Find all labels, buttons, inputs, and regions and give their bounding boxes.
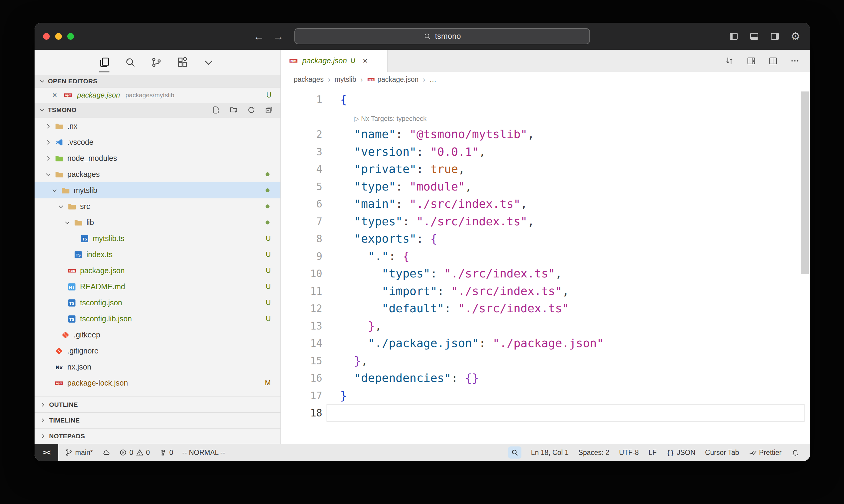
navigate-back-button[interactable]: ← (254, 31, 264, 42)
codelens-nx-targets[interactable]: ▷ Nx Targets: typecheck (354, 115, 427, 122)
tree-item-index-ts[interactable]: TSindex.tsU (35, 247, 280, 263)
tree-item-gitkeep[interactable]: .gitkeep (35, 327, 280, 343)
line-content: "version": "0.0.1", (327, 143, 805, 161)
open-editor-item[interactable]: ×npmpackage.jsonpackages/mytslibU (35, 88, 280, 103)
close-window-button[interactable] (43, 33, 50, 40)
source-control-icon[interactable] (149, 55, 164, 70)
more-actions-icon[interactable] (790, 56, 800, 66)
new-file-icon[interactable] (212, 106, 220, 114)
status-indentation[interactable]: Spaces: 2 (579, 449, 609, 457)
minimize-window-button[interactable] (55, 33, 62, 40)
settings-gear-icon[interactable]: ⚙ (791, 31, 800, 42)
code-line-7[interactable]: 7 "types": "./src/index.ts", (281, 213, 810, 231)
status-ports[interactable]: 0 (159, 449, 173, 457)
tree-item-mytslib-ts[interactable]: TSmytslib.tsU (35, 231, 280, 247)
ts-icon: TS (80, 234, 90, 244)
panel-header-outline[interactable]: OUTLINE (35, 396, 280, 412)
code-line-15[interactable]: 15 }, (281, 352, 810, 370)
tree-item-gitignore[interactable]: .gitignore (35, 343, 280, 359)
code-line-10[interactable]: 10 "types": "./src/index.ts", (281, 265, 810, 283)
more-icon[interactable] (201, 55, 216, 70)
tree-item-packages[interactable]: packages (35, 166, 280, 182)
tree-item-mytslib[interactable]: mytslib (35, 182, 280, 198)
status-sync[interactable] (102, 449, 110, 456)
tree-item-nx-json[interactable]: Nxnx.json (35, 359, 280, 375)
code-line-9[interactable]: 9 ".": { (281, 248, 810, 265)
tree-item-tsconfig-lib-json[interactable]: TStsconfig.lib.jsonU (35, 311, 280, 327)
tree-item-src[interactable]: src (35, 198, 280, 214)
status-formatter[interactable]: Prettier (749, 449, 781, 457)
status-vim-mode[interactable]: -- NORMAL -- (182, 449, 225, 457)
tree-item-package-lock-json[interactable]: npmpackage-lock.jsonM (35, 375, 280, 391)
code-line-2[interactable]: 2 "name": "@tsmono/mytslib", (281, 126, 810, 143)
code-line-12[interactable]: 12 "default": "./src/index.ts" (281, 300, 810, 318)
code-line-18[interactable]: 18 (281, 404, 810, 422)
code-line-17[interactable]: 17} (281, 387, 810, 404)
split-editor-icon[interactable] (768, 56, 778, 66)
tree-item-package-json[interactable]: npmpackage.jsonU (35, 263, 280, 278)
status-problems[interactable]: 00 (119, 449, 150, 457)
status-text: 0 (130, 449, 133, 457)
navigate-forward-button[interactable]: → (273, 31, 284, 42)
line-content: "types": "./src/index.ts", (327, 213, 805, 231)
collapse-all-icon[interactable] (265, 106, 273, 114)
status-text: JSON (677, 449, 695, 457)
code-line-14[interactable]: 14 "./package.json": "./package.json" (281, 335, 810, 352)
status-git-branch[interactable]: main* (65, 449, 93, 457)
panel-left-icon[interactable] (729, 32, 739, 41)
code-line-6[interactable]: 6 "main": "./src/index.ts", (281, 195, 810, 213)
scrollbar[interactable] (801, 91, 809, 274)
code-line-8[interactable]: 8 "exports": { (281, 230, 810, 248)
remote-indicator[interactable]: >< (35, 444, 58, 461)
status-zoom-indicator[interactable] (508, 447, 521, 458)
breadcrumb-item-packages[interactable]: packages (294, 75, 324, 84)
command-center-search[interactable]: tsmono (294, 28, 590, 44)
svg-text:npm: npm (368, 78, 374, 81)
panel-bottom-icon[interactable] (750, 32, 759, 41)
tree-item-lib[interactable]: lib (35, 214, 280, 231)
code-line-16[interactable]: 16 "dependencies": {} (281, 370, 810, 387)
breadcrumb-item-[interactable]: … (430, 75, 436, 84)
tree-item-tsconfig-json[interactable]: TStsconfig.jsonU (35, 295, 280, 311)
code-line-1[interactable]: 1{ (281, 91, 810, 108)
status-cursor-position[interactable]: Ln 18, Col 1 (531, 449, 569, 457)
tree-item-node-modules[interactable]: node_modules (35, 150, 280, 166)
open-editors-header[interactable]: OPEN EDITORS (35, 75, 280, 88)
refresh-icon[interactable] (247, 106, 256, 114)
close-editor-icon[interactable]: × (52, 91, 57, 100)
zoom-window-button[interactable] (67, 33, 74, 40)
search-icon[interactable] (123, 55, 138, 70)
toggle-layout-icon[interactable] (746, 56, 756, 66)
code-line-11[interactable]: 11 "import": "./src/index.ts", (281, 283, 810, 300)
code-editor[interactable]: 1{▷ Nx Targets: typecheck2 "name": "@tsm… (281, 87, 810, 444)
status-notifications[interactable] (791, 449, 799, 456)
code-line-4[interactable]: 4 "private": true, (281, 161, 810, 178)
new-folder-icon[interactable] (229, 106, 238, 114)
tree-item-label: .nx (67, 122, 77, 130)
search-value: tsmono (435, 32, 461, 41)
status-eol[interactable]: LF (649, 449, 657, 457)
code-line-3[interactable]: 3 "version": "0.0.1", (281, 143, 810, 161)
code-line-5[interactable]: 5 "type": "module", (281, 178, 810, 196)
tree-item-nx[interactable]: .nx (35, 118, 280, 134)
panel-right-icon[interactable] (770, 32, 780, 41)
app-window: ← → tsmono ⚙ OPEN EDITORS ×npmpackage.js… (35, 23, 810, 461)
breadcrumb-item-mytslib[interactable]: mytslib (334, 75, 356, 84)
status-cursor-tab[interactable]: Cursor Tab (705, 449, 739, 457)
tab-close-icon[interactable]: × (363, 57, 367, 65)
tree-item-readme-md[interactable]: M↓README.mdU (35, 278, 280, 295)
explorer-header[interactable]: TSMONO (35, 103, 280, 118)
svg-text:npm: npm (65, 94, 71, 96)
breadcrumb-item-package-json[interactable]: npmpackage.json (367, 75, 419, 84)
extensions-icon[interactable] (175, 55, 190, 70)
status-encoding[interactable]: UTF-8 (619, 449, 639, 457)
panel-header-notepads[interactable]: NOTEPADS (35, 428, 280, 444)
tree-item-vscode[interactable]: .vscode (35, 134, 280, 150)
code-line-13[interactable]: 13 }, (281, 318, 810, 335)
status-language-mode[interactable]: {}JSON (666, 449, 695, 457)
panel-header-timeline[interactable]: TIMELINE (35, 412, 280, 428)
tree-item-label: tsconfig.json (80, 298, 122, 307)
open-changes-icon[interactable] (725, 56, 734, 66)
tab-package-json[interactable]: npm package.json U × (281, 50, 388, 72)
explorer-icon[interactable] (97, 55, 111, 70)
